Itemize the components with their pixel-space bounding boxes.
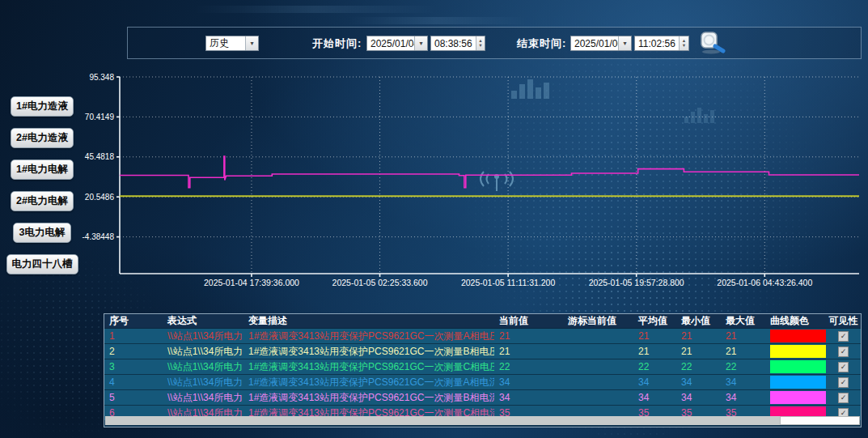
table-body: 1\\站点1\\34所电力…1#造液调变3413站用变保护PCS9621GC一次… [104,329,861,421]
table-cell: 21 [633,344,676,359]
table-cell: 21 [721,329,765,343]
table-cell: 21 [721,344,765,359]
column-header: 变量描述 [243,314,494,328]
column-header: 曲线颜色 [765,314,826,328]
table-cell [563,375,633,389]
x-axis-tick-label: 2025-01-05 19:57:28.800 [589,278,684,287]
table-cell: 1#造液调变3413站用变保护PCS9621GC一次测量A相电流 [243,375,494,389]
curve-color-swatch[interactable] [770,345,826,358]
y-axis-tick-label: 45.4818 [85,152,115,161]
table-cell: 21 [494,329,563,343]
data-table: 序号表达式变量描述当前值游标当前值平均值最小值最大值曲线颜色可见性 1\\站点1… [104,313,862,427]
visibility-checkbox[interactable]: ✓ [838,362,849,372]
table-cell: 1#造液调变3413站用变保护PCS9621GC一次测量A相电压 [243,329,494,343]
chart-plot-area[interactable]: 95.34870.414945.481820.5486-4.384482025-… [0,0,868,308]
y-axis-tick-label: 20.5486 [85,193,115,202]
table-cell: \\站点1\\34所电力… [163,390,243,405]
table-cell: 1#造液调变3413站用变保护PCS9621GC一次测量C相电压 [243,359,494,374]
visibility-checkbox[interactable]: ✓ [838,377,849,388]
table-cell: 34 [721,390,765,405]
column-header: 表达式 [163,314,243,328]
table-cell [563,390,633,405]
table-cell: \\站点1\\34所电力… [163,375,243,389]
column-header: 序号 [104,314,163,328]
column-header: 最大值 [721,314,765,328]
scrollbar-thumb[interactable] [780,416,860,425]
table-cell: 34 [494,375,563,389]
y-axis-tick-label: 95.348 [89,73,114,82]
visibility-checkbox[interactable]: ✓ [838,393,849,403]
table-cell: 1#造液调变3413站用变保护PCS9621GC一次测量B相电流 [243,390,494,405]
scada-hmi-screen: { "toolbar": { "mode_select": {"value": … [0,0,868,438]
curve-color-swatch[interactable] [770,376,826,389]
table-cell: 5 [104,390,163,405]
table-cell [563,359,633,374]
table-cell: 34 [633,375,676,389]
column-header: 游标当前值 [563,314,633,328]
table-cell: 34 [676,375,721,389]
x-axis-tick-label: 2025-01-05 11:11:31.200 [461,278,556,287]
table-cell: 4 [104,375,163,389]
table-cell: 34 [494,390,563,405]
table-cell: 22 [721,359,765,374]
table-cell [563,344,633,359]
table-cell: 21 [633,329,676,343]
table-cell: 21 [676,344,721,359]
table-cell: 22 [676,359,721,374]
y-axis-tick-label: -4.38448 [83,232,115,241]
table-cell: 22 [494,359,563,374]
table-cell: 1 [104,329,163,343]
column-header: 当前值 [494,314,563,328]
table-cell: \\站点1\\34所电力… [163,344,243,359]
table-cell: 1#造液调变3413站用变保护PCS9621GC一次测量B相电压 [243,344,494,359]
curve-color-swatch[interactable] [770,360,826,373]
table-cell: 34 [633,390,676,405]
column-header: 最小值 [676,314,721,328]
table-row[interactable]: 1\\站点1\\34所电力…1#造液调变3413站用变保护PCS9621GC一次… [104,329,861,344]
visibility-checkbox[interactable]: ✓ [838,331,849,342]
curve-color-swatch[interactable] [770,391,826,404]
column-header: 平均值 [633,314,676,328]
curve-color-swatch[interactable] [770,330,826,342]
visibility-checkbox[interactable]: ✓ [838,347,849,357]
table-cell: 21 [494,344,563,359]
table-row[interactable]: 4\\站点1\\34所电力…1#造液调变3413站用变保护PCS9621GC一次… [104,375,861,390]
column-header: 可见性 [826,314,861,328]
y-axis-tick-label: 70.4149 [85,113,115,121]
x-axis-tick-label: 2025-01-06 04:43:26.400 [717,278,812,287]
table-cell: 3 [104,359,163,374]
series-curve-magenta [120,156,859,188]
table-row[interactable]: 3\\站点1\\34所电力…1#造液调变3413站用变保护PCS9621GC一次… [104,359,861,375]
table-cell: \\站点1\\34所电力… [163,329,243,343]
table-cell: 34 [721,375,765,389]
x-axis-tick-label: 2025-01-04 17:39:36.000 [204,278,299,287]
table-cell: 2 [104,344,163,359]
horizontal-scrollbar[interactable] [105,416,860,425]
table-cell: 34 [676,390,721,405]
table-row[interactable]: 2\\站点1\\34所电力…1#造液调变3413站用变保护PCS9621GC一次… [104,344,861,359]
x-axis-tick-label: 2025-01-05 02:25:33.600 [332,278,428,287]
table-cell: 21 [676,329,721,343]
table-row[interactable]: 5\\站点1\\34所电力…1#造液调变3413站用变保护PCS9621GC一次… [104,390,861,406]
table-cell [563,329,633,343]
table-cell: \\站点1\\34所电力… [163,359,243,374]
table-header-row: 序号表达式变量描述当前值游标当前值平均值最小值最大值曲线颜色可见性 [104,314,861,329]
table-cell: 22 [633,359,676,374]
